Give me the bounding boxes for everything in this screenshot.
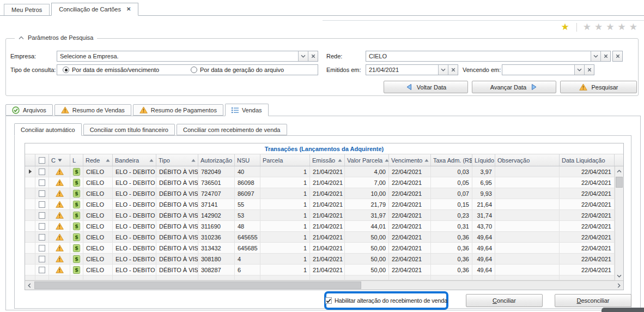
dropdown-button[interactable] <box>574 65 584 75</box>
cell-select[interactable] <box>35 265 49 275</box>
favorite-star-icon[interactable]: ★ <box>561 22 570 32</box>
column-header-autorizacao[interactable]: Autorização <box>198 154 235 166</box>
column-header-valor_parcela[interactable]: Valor Parcela <box>345 154 389 166</box>
column-header-observacao[interactable]: Observação <box>495 154 560 166</box>
table-row[interactable]: $CIELOELO - DEBITODÉBITO À VISTA73650186… <box>25 177 615 188</box>
horizontal-scrollbar[interactable] <box>25 280 623 290</box>
cell-select[interactable] <box>35 221 49 231</box>
tab-resumo-de-pagamentos[interactable]: Resumo de Pagamentos <box>133 104 223 116</box>
tab-conciliar-recebimento-venda[interactable]: Conciliar com recebimento de venda <box>177 124 287 135</box>
column-header-select[interactable] <box>35 154 49 166</box>
table-row[interactable]: $CIELOELO - DEBITODÉBITO À VISTA30828761… <box>25 265 615 275</box>
cell-select[interactable] <box>35 177 49 188</box>
dropdown-button[interactable] <box>591 51 600 61</box>
habilitar-alteracao-checkbox[interactable] <box>325 297 332 304</box>
rating-star-icon[interactable]: ★ <box>583 22 592 32</box>
row-checkbox[interactable] <box>39 245 45 251</box>
column-header-liquido[interactable]: Líquido <box>472 154 495 166</box>
clear-button[interactable] <box>448 65 458 75</box>
filter-dropdown-icon[interactable] <box>58 159 62 162</box>
radio-por-data-geracao[interactable]: Por data de geração do arquivo <box>191 67 284 73</box>
radio-selected-icon[interactable] <box>63 67 69 73</box>
scroll-left-button[interactable] <box>25 281 34 290</box>
cell-select[interactable] <box>35 232 49 242</box>
vencendo-em-combobox[interactable] <box>502 64 594 75</box>
vertical-scroll-thumb[interactable] <box>616 177 623 188</box>
cell-select[interactable] <box>35 166 49 177</box>
column-header-c[interactable]: C <box>49 154 70 166</box>
column-header-parcela[interactable]: Parcela <box>260 154 310 166</box>
column-header-taxa_adm[interactable]: Taxa Adm. (R$) <box>431 154 472 166</box>
clear-button[interactable] <box>600 51 610 61</box>
row-checkbox[interactable] <box>39 179 45 186</box>
cell-select[interactable] <box>35 254 49 264</box>
cell-select[interactable] <box>35 199 49 209</box>
table-row[interactable]: $CIELOELO - DEBITODÉBITO À VISTA30818041… <box>25 254 615 265</box>
search-parameters-header[interactable]: Parâmetros de Pesquisa <box>15 34 97 41</box>
column-header-emissao[interactable]: Emissão <box>310 154 345 166</box>
table-row[interactable]: $CIELOELO - DEBITODÉBITO À VISTA31169048… <box>25 221 615 232</box>
row-checkbox[interactable] <box>39 234 45 241</box>
rating-star-icon[interactable]: ★ <box>594 22 604 32</box>
table-row[interactable]: $CIELOELO - DEBITODÉBITO À VISTA31023664… <box>25 232 615 243</box>
voltar-data-button[interactable]: Voltar Data <box>384 81 468 93</box>
tab-vendas[interactable]: Vendas <box>225 104 269 116</box>
empresa-combobox[interactable]: Selecione a Empresa. <box>57 51 318 62</box>
rede-remove-button[interactable] <box>612 51 623 62</box>
tab-meu-petros[interactable]: Meu Petros <box>4 4 50 15</box>
clear-button[interactable] <box>308 51 318 61</box>
tab-resumo-de-vendas[interactable]: Resumo de Vendas <box>54 104 131 116</box>
desconciliar-button[interactable]: Desconciliar <box>555 294 631 307</box>
rating-star-icon[interactable]: ★ <box>618 22 627 32</box>
row-checkbox[interactable] <box>39 267 45 273</box>
tab-arquivos[interactable]: Arquivos <box>5 104 53 116</box>
column-header-data_liquidacao[interactable]: Data Liquidação <box>560 154 615 166</box>
rating-star-icon[interactable]: ★ <box>629 22 639 32</box>
row-checkbox[interactable] <box>39 190 45 197</box>
scroll-up-button[interactable] <box>615 167 623 175</box>
column-header-tipo[interactable]: Tipo <box>156 154 198 166</box>
tab-conciliar-automatico[interactable]: Conciliar automático <box>14 123 82 136</box>
table-row[interactable]: $CIELOELO - DEBITODÉBITO À VISTA37141551… <box>25 199 615 210</box>
avancar-data-button[interactable]: Avançar Data <box>472 81 556 93</box>
select-all-checkbox[interactable] <box>39 157 45 164</box>
close-icon[interactable]: ✕ <box>126 7 131 12</box>
row-checkbox[interactable] <box>39 201 45 208</box>
horizontal-scroll-thumb[interactable] <box>34 281 361 289</box>
cell-liquido: 21,64 <box>472 199 495 209</box>
row-checkbox[interactable] <box>39 169 45 175</box>
rating-star-icon[interactable]: ★ <box>606 22 615 32</box>
column-header-vencimento[interactable]: Vencimento <box>389 154 431 166</box>
radio-unselected-icon[interactable] <box>191 67 197 73</box>
cell-select[interactable] <box>35 210 49 220</box>
cell-liquido: 31,74 <box>472 210 495 220</box>
column-header-l[interactable]: L <box>70 154 83 166</box>
dropdown-button[interactable] <box>438 65 448 75</box>
radio-por-data-emissao[interactable]: Por data de emissão/vencimento <box>63 67 159 73</box>
pesquisar-button[interactable]: Pesquisar <box>560 81 637 93</box>
conciliar-button[interactable]: Conciliar <box>466 294 543 307</box>
scroll-right-button[interactable] <box>615 281 623 290</box>
row-checkbox[interactable] <box>39 212 45 219</box>
cell-select[interactable] <box>35 188 49 199</box>
tab-conciliar-titulo-financeiro[interactable]: Conciliar com título financeiro <box>83 124 175 135</box>
column-header-bandeira[interactable]: Bandeira <box>113 154 156 166</box>
tab-conciliacao-de-cartoes[interactable]: Conciliação de Cartões ✕ <box>51 3 138 16</box>
table-row[interactable]: $CIELOELO - DEBITODÉBITO À VISTA72470786… <box>25 188 615 199</box>
dropdown-button[interactable] <box>298 51 308 61</box>
emitidos-em-combobox[interactable]: 21/04/2021 <box>366 64 458 75</box>
vertical-scrollbar[interactable] <box>615 166 623 280</box>
collapse-chevron-icon[interactable] <box>19 36 24 40</box>
cell-select[interactable] <box>35 243 49 253</box>
column-header-nsu[interactable]: NSU <box>235 154 260 166</box>
row-checkbox[interactable] <box>39 256 45 262</box>
table-row[interactable]: $CIELOELO - DEBITODÉBITO À VISTA31343264… <box>25 243 615 254</box>
row-checkbox[interactable] <box>39 223 45 230</box>
money-icon: $ <box>73 266 80 274</box>
rede-combobox[interactable]: CIELO <box>366 51 611 62</box>
table-row[interactable]: $CIELOELO - DEBITODÉBITO À VISTA78204940… <box>25 166 615 177</box>
table-row[interactable]: $CIELOELO - DEBITODÉBITO À VISTA14290253… <box>25 210 615 221</box>
clear-button[interactable] <box>584 65 594 75</box>
scroll-down-button[interactable] <box>615 272 623 280</box>
column-header-rede[interactable]: Rede <box>83 154 113 166</box>
